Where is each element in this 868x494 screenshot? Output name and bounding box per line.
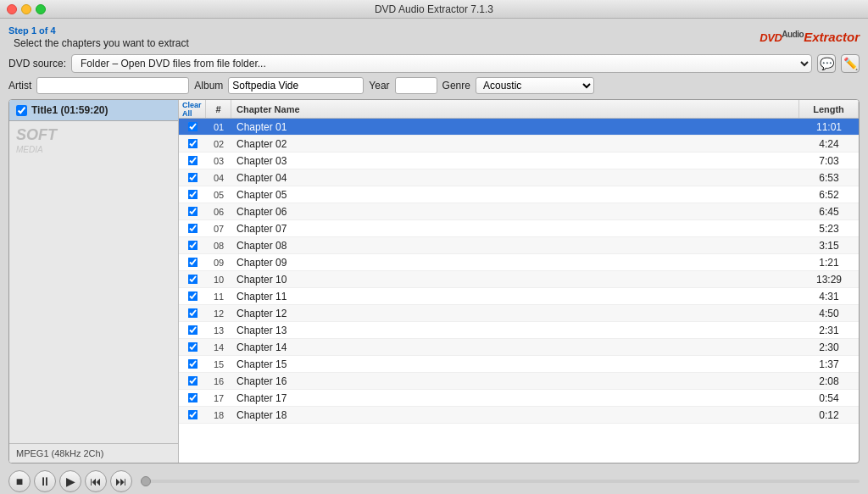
chapter-checkbox[interactable] <box>187 173 198 183</box>
chapter-checkbox[interactable] <box>187 258 198 268</box>
stop-button[interactable]: ■ <box>8 470 31 492</box>
chapter-row[interactable]: 15 Chapter 15 1:37 <box>179 356 859 373</box>
chapter-checkbox[interactable] <box>187 156 198 166</box>
chapter-number: 13 <box>206 325 231 336</box>
chapter-checkbox[interactable] <box>187 308 198 319</box>
chapter-row[interactable]: 05 Chapter 05 6:52 <box>179 186 859 203</box>
play-button[interactable]: ▶ <box>59 470 81 492</box>
year-input[interactable] <box>395 77 437 94</box>
genre-select[interactable]: Acoustic Alternative Blues Classical Cou… <box>476 77 594 94</box>
artist-input[interactable] <box>36 77 189 94</box>
chapter-number: 07 <box>206 224 231 234</box>
prev-button[interactable]: ⏮ <box>85 470 107 492</box>
chapter-number: 05 <box>206 190 231 200</box>
chapter-checkbox-cell[interactable] <box>179 325 206 336</box>
pencil-button[interactable]: ✏️ <box>841 54 860 73</box>
chapter-checkbox[interactable] <box>187 393 198 403</box>
chapter-checkbox-cell[interactable] <box>179 155 206 166</box>
chapter-length: 13:29 <box>799 274 859 286</box>
album-input[interactable] <box>228 77 364 94</box>
chapter-checkbox[interactable] <box>187 291 198 302</box>
logo-text: DVDAudio <box>760 30 804 44</box>
chapter-row[interactable]: 16 Chapter 16 2:08 <box>179 373 859 390</box>
pause-button[interactable]: ⏸ <box>34 470 56 492</box>
chapter-list[interactable]: 01 Chapter 01 11:01 02 Chapter 02 4:24 0… <box>179 119 859 463</box>
chapter-row[interactable]: 10 Chapter 10 13:29 <box>179 271 859 288</box>
minimize-button[interactable] <box>21 4 31 14</box>
col-length[interactable]: Length <box>799 100 859 118</box>
chapter-checkbox[interactable] <box>187 410 198 420</box>
chapter-number: 14 <box>206 342 231 352</box>
chapter-checkbox[interactable] <box>187 190 198 200</box>
seek-thumb[interactable] <box>141 476 151 486</box>
col-chapter-name[interactable]: Chapter Name <box>231 100 799 118</box>
chapter-row[interactable]: 13 Chapter 13 2:31 <box>179 322 859 339</box>
main-content: Step 1 of 4 Select the chapters you want… <box>0 19 868 494</box>
chapter-checkbox-cell[interactable] <box>179 206 206 217</box>
clear-all-header[interactable]: Clear All <box>179 100 206 118</box>
skip-forward-icon: ⏭ <box>115 475 127 488</box>
chapter-row[interactable]: 02 Chapter 02 4:24 <box>179 136 859 153</box>
chapter-name: Chapter 15 <box>231 358 799 370</box>
chapter-checkbox-cell[interactable] <box>179 240 206 251</box>
seek-bar[interactable] <box>141 480 860 483</box>
chapter-name: Chapter 17 <box>231 392 799 404</box>
dvd-source-select[interactable]: Folder – Open DVD files from file folder… <box>71 54 812 73</box>
chapter-row[interactable]: 07 Chapter 07 5:23 <box>179 220 859 237</box>
chapter-name: Chapter 16 <box>231 375 799 387</box>
chapter-checkbox[interactable] <box>187 224 198 234</box>
chapter-checkbox[interactable] <box>187 342 198 352</box>
chapter-checkbox-cell[interactable] <box>179 409 206 420</box>
chapter-checkbox[interactable] <box>187 325 198 336</box>
chapter-checkbox[interactable] <box>187 207 198 217</box>
chapter-checkbox[interactable] <box>187 359 198 369</box>
speech-bubble-button[interactable]: 💬 <box>817 54 836 73</box>
chapter-checkbox[interactable] <box>187 122 198 132</box>
chapter-length: 1:37 <box>799 358 859 370</box>
chapter-checkbox[interactable] <box>187 139 198 149</box>
chapter-number: 12 <box>206 308 231 319</box>
chapter-checkbox-cell[interactable] <box>179 291 206 302</box>
chapter-row[interactable]: 11 Chapter 11 4:31 <box>179 288 859 305</box>
chapter-checkbox-cell[interactable] <box>179 308 206 319</box>
chapter-checkbox-cell[interactable] <box>179 223 206 234</box>
chapter-number: 17 <box>206 393 231 403</box>
chapter-checkbox-cell[interactable] <box>179 274 206 285</box>
chapter-row[interactable]: 04 Chapter 04 6:53 <box>179 169 859 186</box>
chapter-checkbox-cell[interactable] <box>179 172 206 183</box>
chapter-row[interactable]: 01 Chapter 01 11:01 <box>179 119 859 136</box>
chapter-number: 11 <box>206 291 231 302</box>
close-button[interactable] <box>7 4 17 14</box>
next-button[interactable]: ⏭ <box>110 470 132 492</box>
title-checkbox[interactable] <box>16 105 27 116</box>
chapter-length: 11:01 <box>799 121 859 133</box>
chapter-row[interactable]: 09 Chapter 09 1:21 <box>179 254 859 271</box>
chapter-checkbox[interactable] <box>187 241 198 251</box>
title-item[interactable]: Title1 (01:59:20) <box>9 100 178 121</box>
chapter-checkbox-cell[interactable] <box>179 189 206 200</box>
chapter-row[interactable]: 03 Chapter 03 7:03 <box>179 153 859 169</box>
chapter-checkbox-cell[interactable] <box>179 257 206 268</box>
chapter-name: Chapter 04 <box>231 172 799 184</box>
chapter-checkbox[interactable] <box>187 275 198 285</box>
chapter-row[interactable]: 06 Chapter 06 6:45 <box>179 203 859 220</box>
chapter-checkbox-cell[interactable] <box>179 358 206 369</box>
chapter-checkbox-cell[interactable] <box>179 121 206 132</box>
chapter-checkbox-cell[interactable] <box>179 375 206 386</box>
chapter-number: 03 <box>206 156 231 166</box>
chapter-checkbox-cell[interactable] <box>179 138 206 149</box>
chapter-name: Chapter 01 <box>231 121 799 133</box>
chapter-row[interactable]: 14 Chapter 14 2:30 <box>179 339 859 356</box>
chapter-length: 6:45 <box>799 206 859 218</box>
chapter-row[interactable]: 08 Chapter 08 3:15 <box>179 237 859 254</box>
right-panel: Clear All # Chapter Name Length 01 Chapt… <box>179 100 859 463</box>
chapter-row[interactable]: 12 Chapter 12 4:50 <box>179 305 859 322</box>
maximize-button[interactable] <box>36 4 46 14</box>
chapter-row[interactable]: 18 Chapter 18 0:12 <box>179 407 859 424</box>
chapter-checkbox-cell[interactable] <box>179 341 206 352</box>
chapter-row[interactable]: 17 Chapter 17 0:54 <box>179 390 859 407</box>
chapter-checkbox[interactable] <box>187 376 198 386</box>
chapter-name: Chapter 03 <box>231 155 799 167</box>
chapter-checkbox-cell[interactable] <box>179 392 206 403</box>
chapter-name: Chapter 08 <box>231 240 799 252</box>
